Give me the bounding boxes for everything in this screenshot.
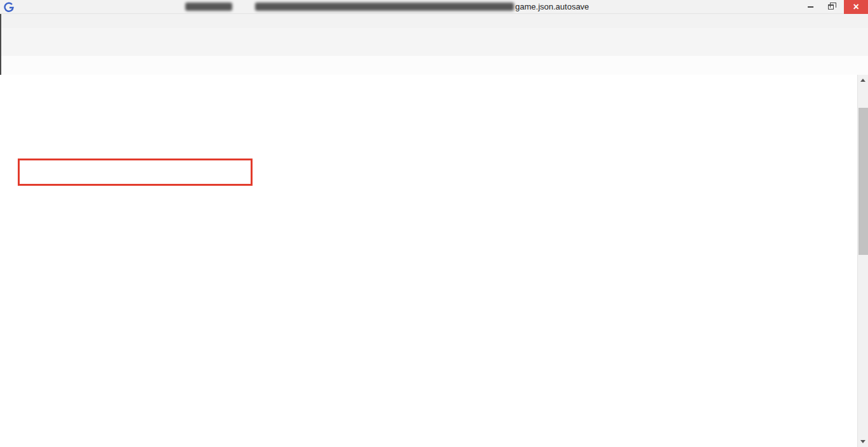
toolbar [0,28,868,56]
close-button[interactable] [844,0,868,14]
scrollbar-thumb[interactable] [858,108,868,255]
minimize-button[interactable] [801,0,820,14]
triangle-up-icon [860,79,865,82]
toolbar-right-group [863,28,868,56]
vertical-scrollbar[interactable] [857,75,868,447]
events-sheet-area [0,75,868,447]
scrollbar-up-button[interactable] [858,75,868,86]
menu-bar [0,14,868,28]
tab-bar [0,56,868,75]
close-icon [853,1,858,13]
maximize-button[interactable] [821,0,840,14]
redacted-title-text [255,3,514,11]
minimize-icon [808,6,813,8]
window-title: game.json.autosave [515,2,589,11]
restore-icon [828,4,834,10]
redacted-title-text [185,3,232,11]
toolbar-left-group [1,28,5,56]
triangle-down-icon [860,440,865,443]
scrollbar-down-button[interactable] [858,436,868,447]
gdevelop-logo-icon [4,2,14,12]
title-bar: game.json.autosave [0,0,868,14]
app-window: game.json.autosave [0,0,868,447]
events-sheet [0,75,857,447]
